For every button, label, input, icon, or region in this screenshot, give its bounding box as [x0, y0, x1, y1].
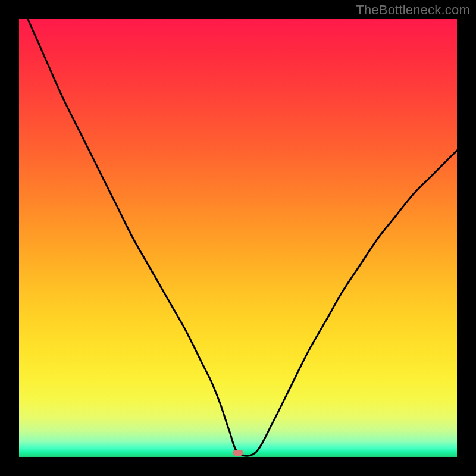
plot-area	[19, 19, 457, 457]
watermark-text: TheBottleneck.com	[356, 2, 470, 18]
chart-frame: TheBottleneck.com	[0, 0, 476, 476]
bottleneck-curve	[19, 19, 457, 457]
minimum-marker	[233, 450, 243, 456]
